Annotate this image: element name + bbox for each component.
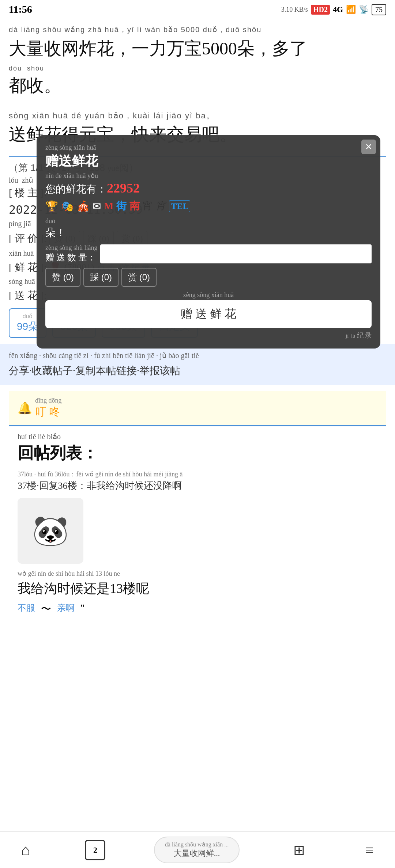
react-quote: " xyxy=(80,602,84,616)
network-indicator: 4G xyxy=(333,5,343,14)
status-bar: 11:56 3.10 KB/s HD2 4G 📶 📡 75 xyxy=(0,0,395,19)
modal-tab-shang[interactable]: 赏 (0) xyxy=(121,268,157,287)
modal-flower-count: 您的鲜花有：22952 xyxy=(45,180,372,196)
sub-post-pinyin: sòng xiān huā dé yuán bǎo，kuài lái jiāo … xyxy=(9,110,386,121)
hd-badge: HD2 xyxy=(311,5,330,15)
status-time: 11:56 xyxy=(9,4,32,15)
sticker-area: 🐼 xyxy=(18,498,377,564)
gift-flower-modal: ✕ zèng sòng xiān huā 赠送鲜花 nín de xiān hu… xyxy=(37,135,380,349)
modal-quantity-input[interactable] xyxy=(100,244,372,263)
reply1-meta-pinyin: 37lóu · huí fù 36lóu：fēi wǒ gěi nín de s… xyxy=(18,470,377,479)
post-line2-text: 都收。 xyxy=(9,72,386,99)
deco-nan: 南 xyxy=(129,199,140,213)
reply-title: 回帖列表： xyxy=(18,442,377,464)
post-line2-pinyin: dōu shōu xyxy=(9,65,44,72)
post-title-block: dà liàng shōu wǎng zhā huā，yī lì wàn bǎo… xyxy=(9,25,386,99)
deco-m: M xyxy=(104,200,113,212)
wifi-icon: 📡 xyxy=(359,5,369,14)
modal-close-button[interactable]: ✕ xyxy=(361,140,376,154)
share-text[interactable]: 分享·收藏帖子·复制本帖链接·举报该帖 xyxy=(9,363,386,379)
signal-icon: 📶 xyxy=(346,5,356,14)
grid-button[interactable]: ⊞ xyxy=(288,842,310,858)
modal-icons-row: 🏆 🎭 🎪 ✉ M 街 南 宵 宵 TEL xyxy=(45,199,372,213)
battery-icon: 75 xyxy=(372,4,386,15)
deco-circus: 🎪 xyxy=(77,200,90,212)
center-nav-text: 大量收网鲜... xyxy=(165,848,229,859)
current-thread-button[interactable]: dà liàng shōu wǎng xiān ... 大量收网鲜... xyxy=(154,837,240,863)
react-bufu[interactable]: 不服 xyxy=(18,602,35,616)
reply1-text-pinyin: wǒ gěi nín de shí hòu hái shì 13 lóu ne xyxy=(18,570,377,578)
modal-title: 赠送鲜花 xyxy=(45,152,372,170)
notif-text: 叮 咚 xyxy=(35,404,62,419)
deco-xiao2: 宵 xyxy=(156,199,166,213)
status-icons: 3.10 KB/s HD2 4G 📶 📡 75 xyxy=(281,4,386,15)
main-content: dà liàng shōu wǎng zhā huā，yī lì wàn bǎo… xyxy=(0,19,395,680)
modal-send-button[interactable]: 赠 送 鲜 花 xyxy=(45,300,372,328)
modal-send-pinyin: zèng sòng xiān huā xyxy=(45,291,372,299)
bottom-nav: ⌂ 2 dà liàng shōu wǎng xiān ... 大量收网鲜...… xyxy=(0,831,395,868)
modal-input-row: zèng sòng shù liàng 赠 送 数 量： xyxy=(45,244,372,263)
post-title-pinyin: dà liàng shōu wǎng zhā huā，yī lì wàn bǎo… xyxy=(9,25,386,35)
react-qin[interactable]: 亲啊 xyxy=(57,602,75,616)
home-button[interactable]: ⌂ xyxy=(15,841,37,859)
reaction-row: 不服 〜 亲啊 " xyxy=(18,602,377,616)
post-title-text: 大量收网炸花，一力万宝5000朵，多了 xyxy=(9,35,386,62)
modal-input-pinyin: zèng sòng shù liàng xyxy=(45,244,97,252)
reply-section: huí tiě liè biǎo 回帖列表： 37lóu · huí fù 36… xyxy=(9,425,386,631)
deco-mask: 🎭 xyxy=(61,200,74,212)
modal-duo-pinyin: duō xyxy=(45,217,372,225)
modal-count-value: 22952 xyxy=(107,181,140,195)
modal-tab-zan[interactable]: 赞 (0) xyxy=(45,268,80,287)
deco-tel: TEL xyxy=(169,200,190,212)
sticker-image: 🐼 xyxy=(18,498,83,564)
modal-record-text: jì lù 纪 录 xyxy=(45,331,372,340)
deco-xiao1: 宵 xyxy=(143,199,153,213)
bottom-spacer xyxy=(9,631,386,674)
reply-item-1: 37lóu · huí fù 36lóu：fēi wǒ gěi nín de s… xyxy=(18,470,377,616)
modal-duo-text: 朵！ xyxy=(45,226,372,240)
reply-title-pinyin: huí tiě liè biǎo xyxy=(18,432,377,441)
modal-tabs: 赞 (0) 踩 (0) 赏 (0) xyxy=(45,268,372,287)
menu-button[interactable]: ≡ xyxy=(358,841,380,859)
notif-pinyin: dīng dōng xyxy=(35,397,62,404)
speed-indicator: 3.10 KB/s xyxy=(281,6,308,14)
bell-icon: 🔔 xyxy=(18,401,32,415)
modal-title-pinyin: zèng sòng xiān huā xyxy=(45,144,372,152)
share-bar[interactable]: fēn xiǎng · shōu cáng tiě zi · fù zhì bě… xyxy=(0,344,395,385)
deco-jie: 街 xyxy=(116,199,127,213)
reply1-text: 我给沟时候还是13楼呢 xyxy=(18,578,377,599)
deco-trophy: 🏆 xyxy=(45,200,58,212)
tabs-count: 2 xyxy=(93,845,97,855)
share-pinyin: fēn xiǎng · shōu cáng tiě zi · fù zhì bě… xyxy=(9,350,386,361)
reply1-meta: 37楼·回复36楼：非我给沟时候还没降啊 xyxy=(18,479,377,492)
modal-count-pinyin: nín de xiān huā yǒu xyxy=(45,172,372,180)
react-wave: 〜 xyxy=(41,602,51,616)
tabs-button[interactable]: 2 xyxy=(85,840,105,860)
deco-letter: ✉ xyxy=(93,200,101,212)
modal-tab-cai[interactable]: 踩 (0) xyxy=(83,268,118,287)
modal-input-label: 赠 送 数 量： xyxy=(45,252,97,263)
notif-bar: 🔔 dīng dōng 叮 咚 xyxy=(9,391,386,425)
